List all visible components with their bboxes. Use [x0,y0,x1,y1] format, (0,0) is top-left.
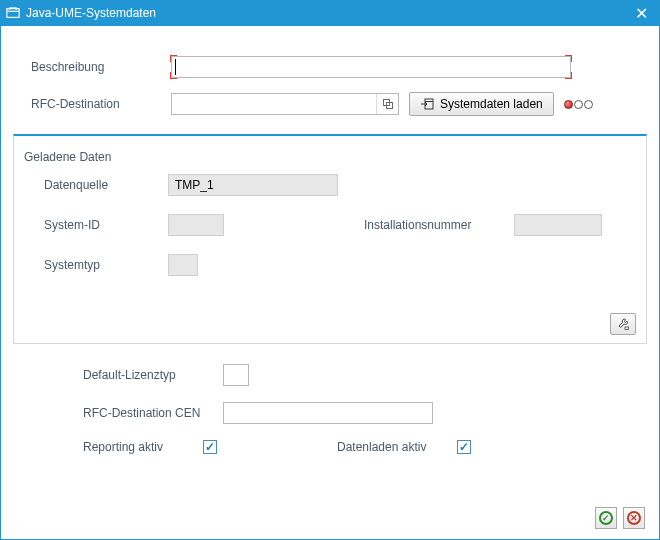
load-button-label: Systemdaten laden [440,97,543,111]
window-title: Java-UME-Systemdaten [26,6,156,20]
group-title: Geladene Daten [20,146,640,174]
lower-settings-block: Default-Lizenztyp RFC-Destination CEN Re… [13,364,647,454]
window-icon [6,6,20,20]
load-system-data-button[interactable]: Systemdaten laden [409,92,554,116]
rfc-input-wrap [171,93,399,115]
default-lizenztyp-row: Default-Lizenztyp [13,364,647,386]
reporting-aktiv-checkbox[interactable] [203,440,217,454]
close-button[interactable]: ✕ [629,4,654,23]
datenquelle-row: Datenquelle TMP_1 [20,174,640,196]
cancel-button[interactable] [623,507,645,529]
beschreibung-input[interactable] [171,56,571,78]
svg-rect-7 [625,327,629,330]
loaded-data-group: Geladene Daten Datenquelle TMP_1 System-… [13,134,647,344]
text-caret [175,59,176,75]
beschreibung-row: Beschreibung [13,56,647,78]
ok-icon [599,511,613,525]
reporting-aktiv-label: Reporting aktiv [83,440,203,454]
datenladen-aktiv-checkbox[interactable] [457,440,471,454]
system-id-row: System-ID Installationsnummer [20,214,640,236]
f4-help-icon [382,98,394,110]
default-lizenztyp-input[interactable] [223,364,249,386]
beschreibung-focus-wrap [171,56,571,78]
rfc-input[interactable] [172,94,376,114]
systemtyp-value [168,254,198,276]
rfc-label: RFC-Destination [31,97,171,111]
status-light-red [564,100,573,109]
titlebar: Java-UME-Systemdaten ✕ [0,0,660,26]
rfc-cen-input[interactable] [223,402,433,424]
rfc-row: RFC-Destination Systemdaten laden [13,92,647,116]
dialog-content: Beschreibung RFC-Destination [0,26,660,540]
checkbox-row: Reporting aktiv Datenladen aktiv [13,440,647,454]
datenquelle-value: TMP_1 [168,174,338,196]
system-id-value [168,214,224,236]
wrench-icon [616,317,630,331]
beschreibung-label: Beschreibung [31,60,171,74]
status-traffic-lights [564,100,593,109]
datenquelle-label: Datenquelle [44,178,168,192]
system-id-label: System-ID [44,218,168,232]
datenladen-aktiv-label: Datenladen aktiv [337,440,457,454]
import-icon [420,98,434,110]
systemtyp-row: Systemtyp [20,254,640,276]
default-lizenztyp-label: Default-Lizenztyp [83,368,223,382]
status-light-green [584,100,593,109]
ok-button[interactable] [595,507,617,529]
footer-buttons [595,507,645,529]
status-light-yellow [574,100,583,109]
rfc-cen-label: RFC-Destination CEN [83,406,223,420]
settings-tool-button[interactable] [610,313,636,335]
systemtyp-label: Systemtyp [44,258,168,272]
svg-rect-0 [7,9,19,18]
installationsnummer-label: Installationsnummer [364,218,514,232]
installationsnummer-value [514,214,602,236]
cancel-icon [627,511,641,525]
f4-help-button[interactable] [376,94,398,114]
rfc-cen-row: RFC-Destination CEN [13,402,647,424]
